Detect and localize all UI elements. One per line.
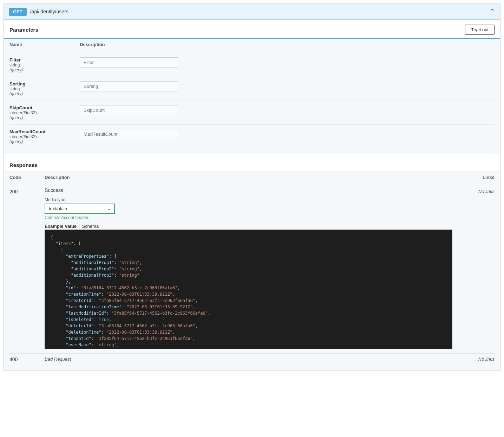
api-container: GET /api/identity/users ⌃ Parameters Try… [4, 4, 500, 371]
json-code-block[interactable]: { "items": [ { "extraProperties": { "add… [45, 230, 452, 349]
param-desc-col-maxresultcount [80, 129, 495, 139]
param-name-col-sorting: Sorting string (query) [9, 81, 80, 96]
param-location-skipcount: (query) [9, 115, 80, 120]
param-type-skipcount: integer($int32) [9, 110, 80, 115]
filter-input[interactable] [80, 57, 178, 68]
responses-section-header: Responses [4, 157, 500, 172]
resp-col-headers: Code Description Links [9, 172, 495, 183]
responses-table: Code Description Links 200 Success Media… [4, 172, 500, 371]
media-type-select[interactable]: text/plain ⌄ [45, 204, 115, 214]
param-name-filter: Filter [9, 57, 80, 63]
param-row-filter: Filter string (query) [9, 53, 495, 77]
param-row-skipcount: SkipCount integer($int32) (query) [9, 101, 495, 125]
resp-desc-200: Success Media type text/plain ⌄ Controls… [45, 187, 452, 349]
resp-col-code-header: Code [9, 175, 45, 180]
parameters-title: Parameters [9, 27, 38, 33]
param-name-col-maxresultcount: MaxResultCount integer($int32) (query) [9, 129, 80, 144]
response-row-400: 400 Bad Request No links [9, 354, 495, 365]
resp-desc-400: Bad Request [45, 356, 452, 362]
param-type-maxresultcount: integer($int32) [9, 134, 80, 139]
parameters-section-header: Parameters Try it out [4, 20, 500, 39]
param-row-maxresultcount: MaxResultCount integer($int32) (query) [9, 125, 495, 148]
param-location-maxresultcount: (query) [9, 139, 80, 144]
col-desc-header: Description [80, 42, 495, 47]
resp-code-400: 400 [9, 356, 45, 362]
param-name-col-filter: Filter string (query) [9, 57, 80, 72]
responses-title: Responses [9, 162, 38, 168]
param-name-maxresultcount: MaxResultCount [9, 129, 80, 134]
maxresultcount-input[interactable] [80, 129, 178, 139]
parameters-section: Parameters Try it out Name Description F… [4, 20, 500, 154]
param-type-filter: string [9, 63, 80, 68]
tab-divider: | [79, 223, 80, 230]
param-desc-col-filter [80, 57, 495, 68]
http-method-badge: GET [9, 8, 27, 16]
tab-schema[interactable]: Schema [82, 223, 99, 230]
media-type-label: Media type [45, 197, 452, 202]
resp-success-text: Success [45, 187, 452, 193]
param-desc-col-skipcount [80, 105, 495, 115]
collapse-button[interactable]: ⌃ [489, 7, 495, 16]
api-header: GET /api/identity/users ⌃ [4, 4, 500, 20]
param-type-sorting: string [9, 86, 80, 91]
resp-col-links-header: Links [452, 175, 495, 180]
example-tabs: Example Value | Schema [45, 223, 452, 230]
chevron-down-icon: ⌄ [107, 206, 111, 211]
parameters-table: Name Description Filter string (query) S… [4, 39, 500, 154]
param-name-sorting: Sorting [9, 81, 80, 86]
tab-example-value[interactable]: Example Value [45, 223, 77, 230]
resp-links-200: No links [452, 187, 495, 194]
media-type-value: text/plain [49, 206, 67, 211]
resp-code-200: 200 [9, 187, 45, 194]
resp-links-400: No links [452, 356, 495, 362]
param-name-col-skipcount: SkipCount integer($int32) (query) [9, 105, 80, 120]
param-location-filter: (query) [9, 68, 80, 72]
responses-section: Responses Code Description Links 200 Suc… [4, 157, 500, 371]
controls-accept-text: Controls Accept header. [45, 215, 452, 220]
try-it-out-button[interactable]: Try it out [465, 25, 495, 35]
params-col-headers: Name Description [9, 39, 495, 50]
param-name-skipcount: SkipCount [9, 105, 80, 110]
param-location-sorting: (query) [9, 91, 80, 96]
response-row-200: 200 Success Media type text/plain ⌄ Cont… [9, 183, 495, 354]
param-desc-col-sorting [80, 81, 495, 91]
skipcount-input[interactable] [80, 105, 178, 115]
param-row-sorting: Sorting string (query) [9, 77, 495, 101]
sorting-input[interactable] [80, 81, 178, 91]
col-name-header: Name [9, 42, 80, 47]
api-path: /api/identity/users [30, 9, 489, 14]
resp-col-desc-header: Description [45, 175, 452, 180]
